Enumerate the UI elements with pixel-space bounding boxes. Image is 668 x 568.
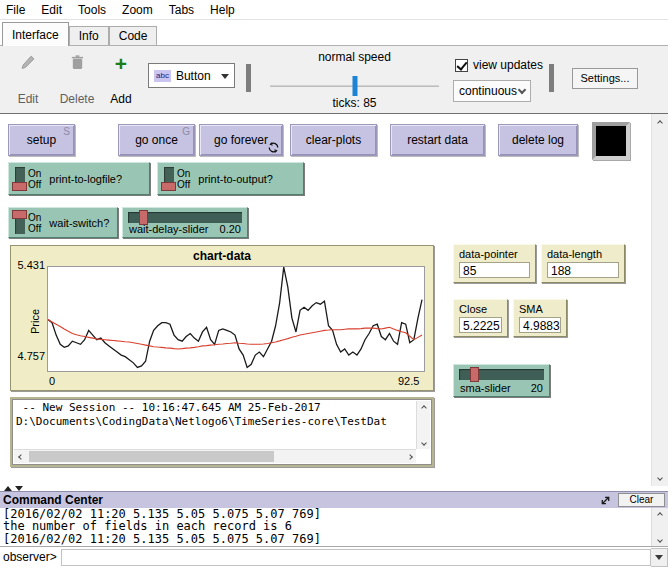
monitor-label: SMA bbox=[519, 303, 561, 315]
world-view[interactable] bbox=[592, 122, 630, 160]
scroll-down-button[interactable] bbox=[652, 469, 668, 486]
go-once-button[interactable]: G go once bbox=[118, 124, 195, 156]
scroll-up-button[interactable] bbox=[652, 508, 668, 521]
expand-up-icon[interactable] bbox=[4, 486, 12, 491]
restart-data-button[interactable]: restart data bbox=[390, 124, 485, 156]
tab-interface[interactable]: Interface bbox=[2, 22, 69, 46]
off-label: Off bbox=[177, 179, 190, 190]
edit-widget-button[interactable]: Edit bbox=[8, 54, 48, 106]
menu-zoom[interactable]: Zoom bbox=[114, 3, 161, 17]
button-label: go forever bbox=[214, 133, 268, 147]
switch-lever[interactable] bbox=[15, 167, 25, 190]
button-label: go once bbox=[135, 133, 178, 147]
switch-label: print-to-logfile? bbox=[49, 173, 122, 185]
switch-label: wait-switch? bbox=[49, 217, 109, 229]
menu-tabs[interactable]: Tabs bbox=[161, 3, 202, 17]
add-widget-button[interactable]: + Add bbox=[104, 54, 138, 106]
output-line: D:\Documents\CodingData\Netlogo6\TimeSer… bbox=[13, 415, 431, 428]
scroll-up-button[interactable] bbox=[417, 401, 430, 414]
canvas-vertical-scrollbar[interactable] bbox=[651, 114, 668, 486]
plus-icon: + bbox=[115, 54, 127, 74]
dropdown-arrow-icon bbox=[221, 74, 229, 83]
switch-lever[interactable] bbox=[164, 167, 174, 190]
forever-loop-icon bbox=[268, 142, 279, 153]
output-horizontal-scrollbar[interactable] bbox=[14, 449, 416, 463]
tab-code[interactable]: Code bbox=[109, 26, 158, 45]
slider-handle[interactable] bbox=[470, 367, 479, 382]
trash-icon bbox=[70, 54, 85, 74]
menu-tools[interactable]: Tools bbox=[70, 3, 114, 17]
log-line: the number of fields in each record is 6 bbox=[0, 520, 668, 532]
update-mode-value: continuous bbox=[459, 84, 517, 98]
off-label: Off bbox=[28, 179, 41, 190]
plot-chart-data: chart-data 5.431 4.757 Price 0 92.5 bbox=[10, 245, 434, 391]
button-widget-icon: abc bbox=[154, 70, 171, 82]
speed-slider-thumb[interactable] bbox=[352, 76, 357, 96]
x-axis-min-tick: 0 bbox=[49, 375, 55, 387]
y-axis-min-tick: 4.757 bbox=[13, 350, 45, 362]
off-label: Off bbox=[28, 223, 41, 234]
pencil-icon bbox=[20, 54, 36, 74]
menu-edit[interactable]: Edit bbox=[33, 3, 70, 17]
speed-control: normal speed ticks: 85 bbox=[262, 50, 447, 110]
scrollbar-thumb[interactable] bbox=[29, 451, 274, 462]
detach-window-icon[interactable] bbox=[598, 494, 613, 507]
scroll-down-button[interactable] bbox=[417, 436, 430, 449]
slider-label: wait-delay-slider bbox=[129, 223, 208, 235]
switch-print-to-logfile[interactable]: On Off print-to-logfile? bbox=[8, 162, 150, 195]
menu-file[interactable]: File bbox=[0, 3, 33, 17]
sma-slider[interactable]: sma-slider 20 bbox=[453, 364, 550, 397]
history-dropdown-button[interactable] bbox=[651, 548, 668, 567]
command-center-header: Command Center Clear bbox=[0, 491, 668, 508]
monitor-data-length: data-length 188 bbox=[541, 244, 625, 283]
clear-button[interactable]: Clear bbox=[618, 493, 665, 507]
monitor-label: data-pointer bbox=[459, 248, 530, 260]
button-label: delete log bbox=[512, 133, 564, 147]
on-label: On bbox=[177, 168, 190, 179]
delete-widget-button[interactable]: Delete bbox=[54, 54, 100, 106]
switch-wait-switch[interactable]: On Off wait-switch? bbox=[8, 207, 118, 238]
shortcut-key: S bbox=[63, 126, 70, 137]
command-center-splitter[interactable] bbox=[0, 486, 668, 491]
clear-plots-button[interactable]: clear-plots bbox=[290, 124, 377, 156]
collapse-down-icon[interactable] bbox=[15, 486, 23, 491]
update-mode-dropdown[interactable]: continuous bbox=[453, 80, 531, 102]
scroll-right-button[interactable] bbox=[403, 450, 416, 463]
log-vertical-scrollbar[interactable] bbox=[651, 508, 668, 546]
monitor-label: data-length bbox=[547, 248, 619, 260]
widget-type-dropdown[interactable]: abc Button bbox=[148, 63, 235, 88]
slider-value: 0.20 bbox=[220, 223, 241, 235]
on-label: On bbox=[28, 212, 41, 223]
slider-track[interactable] bbox=[459, 369, 544, 380]
monitor-data-pointer: data-pointer 85 bbox=[453, 244, 536, 283]
chevron-down-icon bbox=[518, 86, 526, 94]
slider-value: 20 bbox=[531, 382, 543, 394]
command-input[interactable] bbox=[61, 549, 651, 566]
output-widget: -- New Session -- 10:16:47.645 AM 25-Feb… bbox=[10, 397, 434, 467]
output-vertical-scrollbar[interactable] bbox=[416, 401, 430, 449]
switch-print-to-output[interactable]: On Off print-to-output? bbox=[157, 162, 304, 195]
switch-lever[interactable] bbox=[15, 211, 25, 234]
output-line: -- New Session -- 10:16:47.645 AM 25-Feb… bbox=[13, 401, 431, 414]
on-label: On bbox=[28, 168, 41, 179]
setup-button[interactable]: S setup bbox=[8, 124, 75, 156]
monitor-sma: SMA 4.9883 bbox=[513, 299, 567, 337]
settings-button[interactable]: Settings... bbox=[572, 68, 638, 89]
menu-help[interactable]: Help bbox=[202, 3, 243, 17]
scroll-left-button[interactable] bbox=[14, 450, 27, 463]
view-updates-checkbox[interactable] bbox=[455, 59, 468, 72]
plot-area bbox=[47, 266, 425, 372]
scroll-down-button[interactable] bbox=[652, 533, 668, 546]
wait-delay-slider[interactable]: wait-delay-slider 0.20 bbox=[122, 207, 248, 238]
tab-info[interactable]: Info bbox=[69, 26, 109, 45]
toolbar: Edit Delete + Add abc Button normal spee… bbox=[0, 46, 668, 114]
tab-bar: Interface Info Code bbox=[0, 20, 668, 46]
speed-label: normal speed bbox=[262, 50, 447, 64]
monitor-close: Close 5.2225 bbox=[453, 299, 508, 337]
x-axis-max-tick: 92.5 bbox=[398, 375, 419, 387]
delete-log-button[interactable]: delete log bbox=[498, 124, 578, 156]
slider-track[interactable] bbox=[128, 212, 242, 223]
scroll-up-button[interactable] bbox=[652, 114, 668, 131]
slider-label: sma-slider bbox=[460, 382, 511, 394]
go-forever-button[interactable]: go forever bbox=[199, 124, 283, 156]
